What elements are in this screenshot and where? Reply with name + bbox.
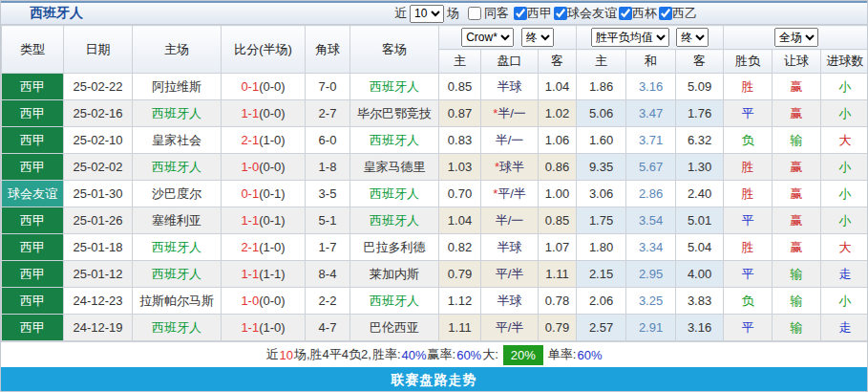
corner-score: 6-0 [306,127,350,154]
result-winloss: 胜 [724,74,773,100]
type-badge: 西甲 [2,100,64,127]
col-header-odds-away: 客 [539,50,577,74]
score: 1-0(0-0) [222,154,306,181]
bookmaker-select-cell: Crow* 终 [439,26,577,50]
corner-score: 4-7 [306,315,350,341]
col-header-corner: 角球 [306,26,350,74]
odds-away: 1.11 [539,261,577,288]
odds-home: 0.83 [439,127,481,154]
league-filter-checkbox-西甲[interactable] [514,7,527,20]
summary-single-rate: 60% [577,348,602,362]
match-date: 25-01-18 [64,234,133,261]
odds-home: 0.87 [439,100,481,127]
col-header-score: 比分(半场) [222,26,306,74]
recent-count-select[interactable]: 10 [410,5,444,23]
col-header-type: 类型 [2,26,64,74]
avg-odds-select[interactable]: 胜平负均值 [591,28,669,47]
table-row: 西甲 25-01-26 塞维利亚 1-1(0-1) 5-1 西班牙人 1.04 … [2,207,868,234]
result-handicap: 赢 [773,74,821,100]
odds-home: 1.11 [439,315,481,341]
result-winloss: 负 [724,127,773,154]
result-goals: 小 [821,288,868,315]
league-filter-label: 西甲 [527,5,552,22]
home-team: 拉斯帕尔马斯 [133,288,222,315]
summary-big-label: 大: [482,346,498,363]
result-handicap: 赢 [773,234,821,261]
type-badge: 球会友谊 [2,181,64,207]
league-filter-checkbox-西杯[interactable] [619,7,632,20]
match-date: 25-01-30 [64,181,133,207]
big-rate-badge: 20% [503,345,543,365]
table-row: 西甲 24-12-19 西班牙人 1-1(1-0) 4-7 巴伦西亚 1.11 … [2,315,868,341]
col-header-handicap-result: 让球 [773,50,821,74]
handicap: 半球 [481,74,539,100]
avg-draw: 3.34 [626,234,676,261]
home-team: 西班牙人 [133,100,222,127]
score: 1-1(1-1) [222,261,306,288]
type-badge: 西甲 [2,315,64,341]
handicap: 平/半 [481,261,539,288]
odds-away: 1.06 [539,127,577,154]
col-header-date: 日期 [64,26,133,74]
recent-label: 近 [394,5,407,22]
summary-winrate-label: 胜率: [372,346,401,363]
handicap: *平/半 [481,181,539,207]
result-winloss: 平 [724,315,773,341]
score: 1-1(0-0) [222,100,306,127]
handicap: 半/一 [481,207,539,234]
avg-select-cell: 胜平负均值 终 [577,26,724,50]
league-filter-checkbox-球会友谊[interactable] [554,7,567,20]
handicap: 半/一 [481,127,539,154]
odds-home: 1.12 [439,288,481,315]
odds-time-select-1[interactable]: 终 [521,28,554,47]
match-history-panel: 西班牙人 近 10 场 同客 西甲球会友谊西杯西乙 类型 日期 主场 比分(半场… [0,0,868,392]
home-team: 塞维利亚 [133,207,222,234]
col-header-handicap: 盘口 [481,50,539,74]
match-date: 25-02-02 [64,154,133,181]
result-goals: 小 [821,154,868,181]
home-team: 西班牙人 [133,234,222,261]
corner-score: 1-8 [306,154,350,181]
result-handicap: 输 [773,288,821,315]
odds-away: 0.86 [539,154,577,181]
avg-home: 3.06 [577,181,626,207]
result-handicap: 赢 [773,181,821,207]
table-row: 西甲 25-02-22 阿拉维斯 0-1(0-0) 7-0 西班牙人 0.85 … [2,74,868,100]
avg-draw: 3.16 [626,74,676,100]
league-filter-checkbox-西乙[interactable] [659,7,672,20]
result-winloss: 胜 [724,234,773,261]
avg-away: 2.40 [676,181,724,207]
table-row: 西甲 25-02-16 西班牙人 1-1(0-0) 2-7 毕尔巴鄂竞技 0.8… [2,100,868,127]
bookmaker-select[interactable]: Crow* [461,28,514,47]
result-handicap: 输 [773,261,821,288]
league-trend-section-header: 联赛盘路走势 [1,367,867,392]
type-badge: 西甲 [2,234,64,261]
avg-away: 6.32 [676,127,724,154]
type-badge: 西甲 [2,288,64,315]
handicap: *球半 [481,154,539,181]
avg-draw: 3.25 [626,288,676,315]
away-team: 西班牙人 [350,127,439,154]
period-select[interactable]: 全场 [774,28,818,47]
period-select-cell: 全场 [724,26,868,50]
result-goals: 大 [821,127,868,154]
odds-time-select-2[interactable]: 终 [676,28,709,47]
corner-score: 8-4 [306,261,350,288]
avg-home: 2.15 [577,261,626,288]
corner-score: 5-1 [306,207,350,234]
away-team: 西班牙人 [350,288,439,315]
odds-away: 1.02 [539,100,577,127]
table-row: 西甲 25-02-02 西班牙人 1-0(0-0) 1-8 皇家马德里 1.03… [2,154,868,181]
same-away-checkbox[interactable] [468,7,481,20]
result-winloss: 平 [724,261,773,288]
avg-home: 1.80 [577,234,626,261]
page-title: 西班牙人 [1,5,83,22]
col-header-avg-away: 客 [676,50,724,74]
col-header-avg-draw: 和 [626,50,676,74]
avg-home: 1.86 [577,74,626,100]
result-winloss: 平 [724,207,773,234]
avg-away: 3.16 [676,315,724,341]
avg-away: 1.30 [676,154,724,181]
summary-handicap-label: 赢率: [428,346,456,363]
table-row: 西甲 24-12-23 拉斯帕尔马斯 1-0(0-0) 2-2 西班牙人 1.1… [2,288,868,315]
